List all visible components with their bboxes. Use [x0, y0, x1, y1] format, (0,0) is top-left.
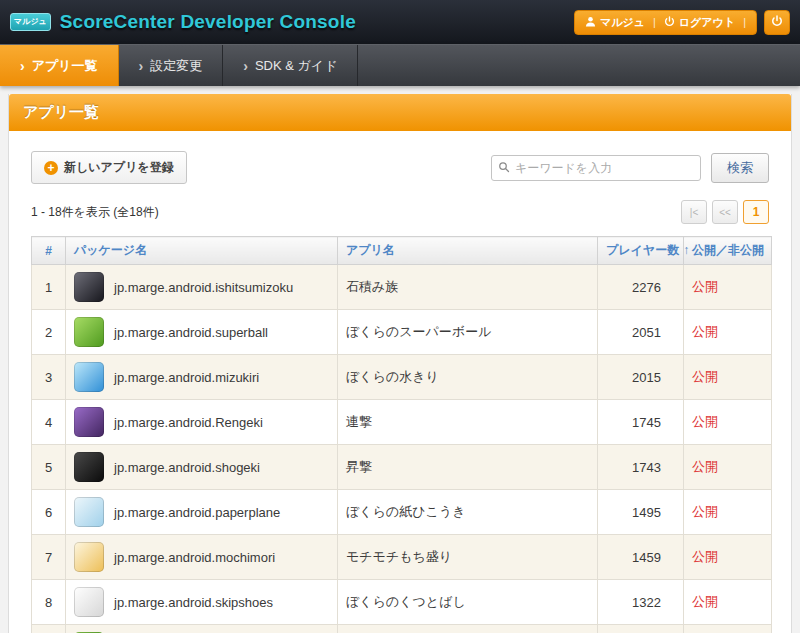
logout-button-label: ログアウト [679, 15, 735, 30]
status: 公開 [684, 625, 772, 633]
column-header-status[interactable]: 公開／非公開 [684, 237, 772, 265]
pagination: |< << 1 [681, 200, 769, 224]
column-header-app-name[interactable]: アプリ名 [338, 237, 598, 265]
logout-button[interactable]: ログアウト [664, 15, 735, 30]
row-number: 5 [32, 445, 66, 490]
page-1-button[interactable]: 1 [743, 200, 769, 224]
status: 公開 [684, 445, 772, 490]
package-name: jp.marge.android.paperplane [114, 505, 280, 520]
user-button[interactable]: マルジュ [585, 15, 645, 30]
app-icon [74, 542, 104, 572]
header-separator: | [743, 16, 746, 28]
search-box [491, 155, 701, 181]
status: 公開 [684, 400, 772, 445]
player-count: 1099 [598, 625, 684, 633]
nav-item-sdk-guide[interactable]: › SDK & ガイド [223, 45, 358, 86]
app-name: ぼくらの紙ひこうき [338, 490, 598, 535]
table-row[interactable]: 3 jp.marge.android.mizukiri ぼくらの水きり 2015… [32, 355, 772, 400]
status: 公開 [684, 265, 772, 310]
toolbar: + 新しいアプリを登録 検索 [31, 151, 769, 184]
table-row[interactable]: 1 jp.marge.android.ishitsumizoku 石積み族 22… [32, 265, 772, 310]
app-icon [74, 587, 104, 617]
search-button[interactable]: 検索 [711, 153, 769, 183]
table-row[interactable]: 6 jp.marge.android.paperplane ぼくらの紙ひこうき … [32, 490, 772, 535]
player-count: 1459 [598, 535, 684, 580]
chevron-right-icon: › [20, 58, 25, 74]
row-number: 8 [32, 580, 66, 625]
table-row[interactable]: 5 jp.marge.android.shogeki 昇撃 1743 公開 [32, 445, 772, 490]
search-icon [498, 159, 510, 177]
logo-badge: マルジュ [10, 13, 51, 31]
top-header: マルジュ ScoreCenter Developer Console マルジュ … [0, 0, 800, 44]
search-input[interactable] [515, 161, 694, 175]
package-name: jp.marge.android.skipshoes [114, 595, 273, 610]
row-number: 4 [32, 400, 66, 445]
register-app-button-label: 新しいアプリを登録 [64, 159, 174, 176]
app-name: モチモチもち盛り [338, 535, 598, 580]
column-header-players[interactable]: プレイヤー数↑ [598, 237, 684, 265]
player-count: 1322 [598, 580, 684, 625]
player-count: 1495 [598, 490, 684, 535]
first-page-button[interactable]: |< [681, 200, 707, 224]
package-name: jp.marge.android.Rengeki [114, 415, 263, 430]
app-icon [74, 362, 104, 392]
player-count: 2051 [598, 310, 684, 355]
player-count: 2015 [598, 355, 684, 400]
row-number: 1 [32, 265, 66, 310]
row-number: 6 [32, 490, 66, 535]
table-row[interactable]: 4 jp.marge.android.Rengeki 連撃 1745 公開 [32, 400, 772, 445]
player-count: 2276 [598, 265, 684, 310]
power-square-button[interactable] [764, 10, 790, 35]
prev-page-button[interactable]: << [712, 200, 738, 224]
power-icon [771, 15, 783, 29]
table-row[interactable]: 9 jp.marge.android 一撃 1099 公開 [32, 625, 772, 633]
nav-item-label: 設定変更 [150, 57, 202, 75]
app-name: 連撃 [338, 400, 598, 445]
package-name: jp.marge.android.mizukiri [114, 370, 259, 385]
status: 公開 [684, 310, 772, 355]
nav-item-settings[interactable]: › 設定変更 [119, 45, 224, 86]
main-nav: › アプリ一覧 › 設定変更 › SDK & ガイド [0, 44, 800, 86]
app-name: 一撃 [338, 625, 598, 633]
app-icon [74, 452, 104, 482]
result-count: 1 - 18件を表示 (全18件) [31, 204, 159, 221]
app-icon [74, 317, 104, 347]
app-name: 石積み族 [338, 265, 598, 310]
app-table-header: # パッケージ名 アプリ名 プレイヤー数↑ 公開／非公開 [32, 237, 772, 265]
package-name: jp.marge.android.mochimori [114, 550, 275, 565]
package-name: jp.marge.android.shogeki [114, 460, 260, 475]
page-body: + 新しいアプリを登録 検索 1 - 18件を表示 (全18件) |< << 1 [9, 131, 791, 633]
status: 公開 [684, 535, 772, 580]
user-button-label: マルジュ [600, 15, 645, 30]
page-title: アプリ一覧 [9, 94, 791, 131]
nav-item-app-list[interactable]: › アプリ一覧 [0, 45, 119, 86]
row-number: 7 [32, 535, 66, 580]
package-name: jp.marge.android.ishitsumizoku [114, 280, 293, 295]
app-title: ScoreCenter Developer Console [60, 11, 356, 33]
app-name: ぼくらのくつとばし [338, 580, 598, 625]
app-name: ぼくらの水きり [338, 355, 598, 400]
app-icon [74, 497, 104, 527]
column-header-number: # [32, 237, 66, 265]
register-app-button[interactable]: + 新しいアプリを登録 [31, 151, 187, 184]
chevron-right-icon: › [139, 58, 144, 74]
table-row[interactable]: 8 jp.marge.android.skipshoes ぼくらのくつとばし 1… [32, 580, 772, 625]
player-count: 1745 [598, 400, 684, 445]
row-number: 2 [32, 310, 66, 355]
header-separator: | [653, 16, 656, 28]
sort-ascending-icon: ↑ [683, 243, 689, 257]
app-table: # パッケージ名 アプリ名 プレイヤー数↑ 公開／非公開 1 jp.marge.… [31, 236, 772, 633]
header-actions: マルジュ | ログアウト | [574, 10, 790, 35]
person-icon [585, 16, 596, 29]
chevron-right-icon: › [243, 58, 248, 74]
list-info-row: 1 - 18件を表示 (全18件) |< << 1 [31, 200, 769, 224]
power-icon [664, 16, 675, 29]
column-header-package[interactable]: パッケージ名 [66, 237, 338, 265]
status: 公開 [684, 490, 772, 535]
table-row[interactable]: 7 jp.marge.android.mochimori モチモチもち盛り 14… [32, 535, 772, 580]
player-count: 1743 [598, 445, 684, 490]
table-row[interactable]: 2 jp.marge.android.superball ぼくらのスーパーボール… [32, 310, 772, 355]
app-name: 昇撃 [338, 445, 598, 490]
row-number: 3 [32, 355, 66, 400]
app-icon [74, 272, 104, 302]
